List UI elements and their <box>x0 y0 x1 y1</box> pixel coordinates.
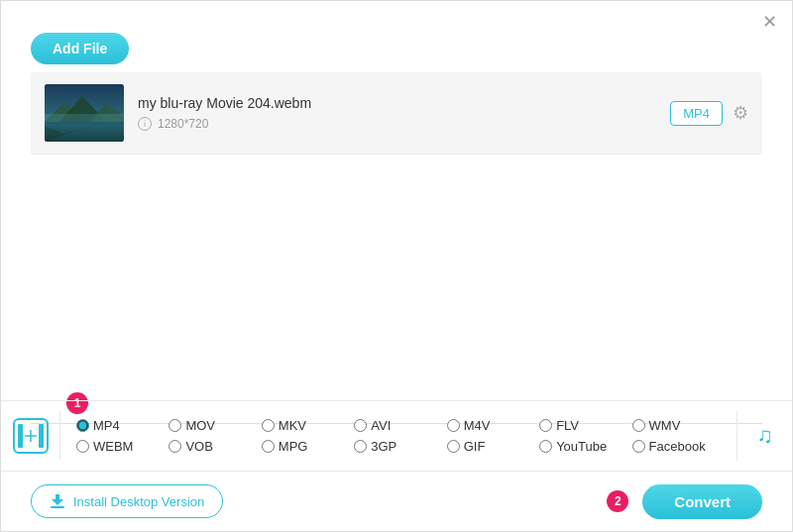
audio-format-icon-container[interactable]: ♫ <box>736 411 792 461</box>
format-label-mkv: MKV <box>279 418 306 433</box>
bottom-bar: Install Desktop Version 2 Convert <box>1 472 792 531</box>
format-option-mpg[interactable]: MPG <box>262 439 350 454</box>
svg-rect-5 <box>45 114 124 122</box>
format-label-mp4: MP4 <box>93 418 120 433</box>
format-option-webm[interactable]: WEBM <box>76 439 165 454</box>
format-option-3gp[interactable]: 3GP <box>354 439 442 454</box>
svg-rect-1 <box>45 120 124 142</box>
format-option-flv[interactable]: FLV <box>539 418 627 433</box>
format-label-m4v: M4V <box>464 418 491 433</box>
format-label-gif: GIF <box>464 439 486 454</box>
download-icon <box>50 493 65 509</box>
file-name: my blu-ray Movie 204.webm <box>138 95 670 111</box>
install-label: Install Desktop Version <box>73 494 204 509</box>
format-option-mp4[interactable]: MP4 <box>76 418 165 433</box>
format-option-avi[interactable]: AVI <box>354 418 442 433</box>
file-item: my blu-ray Movie 204.webm i 1280*720 MP4… <box>31 72 762 155</box>
format-option-mkv[interactable]: MKV <box>262 418 350 433</box>
format-label-wmv: WMV <box>649 418 681 433</box>
format-option-gif[interactable]: GIF <box>447 439 535 454</box>
format-label-mov: MOV <box>185 418 215 433</box>
info-icon[interactable]: i <box>138 117 152 131</box>
film-icon <box>13 418 49 454</box>
file-meta: i 1280*720 <box>138 117 670 131</box>
thumbnail-image <box>45 84 124 142</box>
install-desktop-button[interactable]: Install Desktop Version <box>31 484 223 518</box>
convert-button[interactable]: Convert <box>642 484 762 519</box>
format-label-facebook: Facebook <box>649 439 706 454</box>
format-label-3gp: 3GP <box>371 439 396 454</box>
format-label-youtube: YouTube <box>556 439 607 454</box>
file-list: my blu-ray Movie 204.webm i 1280*720 MP4… <box>31 72 762 155</box>
file-info: my blu-ray Movie 204.webm i 1280*720 <box>124 95 670 131</box>
film-svg <box>24 429 38 443</box>
format-label-vob: VOB <box>185 439 212 454</box>
music-note-icon: ♫ <box>756 423 773 449</box>
svg-rect-9 <box>51 506 64 508</box>
settings-icon[interactable]: ⚙ <box>733 102 748 124</box>
bottom-right: 2 Convert <box>607 484 762 519</box>
format-label-avi: AVI <box>371 418 391 433</box>
format-option-facebook[interactable]: Facebook <box>632 439 721 454</box>
format-option-wmv[interactable]: WMV <box>632 418 721 433</box>
format-option-vob[interactable]: VOB <box>169 439 257 454</box>
format-option-youtube[interactable]: YouTube <box>539 439 627 454</box>
format-bar: MP4 MOV MKV AVI M4V FLV WMV WEBM <box>1 400 792 472</box>
format-option-m4v[interactable]: M4V <box>447 418 535 433</box>
file-actions: MP4 ⚙ <box>670 101 748 126</box>
file-thumbnail <box>45 84 124 142</box>
format-label-flv: FLV <box>556 418 579 433</box>
close-button[interactable]: ✕ <box>760 13 778 31</box>
svg-marker-6 <box>45 126 84 142</box>
file-resolution: 1280*720 <box>158 117 208 131</box>
format-label-webm: WEBM <box>93 439 133 454</box>
video-format-icon-container[interactable] <box>1 411 60 461</box>
badge-2: 2 <box>607 490 628 512</box>
add-file-button[interactable]: Add File <box>31 33 129 64</box>
format-option-mov[interactable]: MOV <box>169 418 257 433</box>
format-label-mpg: MPG <box>279 439 308 454</box>
format-badge[interactable]: MP4 <box>670 101 723 126</box>
format-options: MP4 MOV MKV AVI M4V FLV WMV WEBM <box>60 418 736 454</box>
